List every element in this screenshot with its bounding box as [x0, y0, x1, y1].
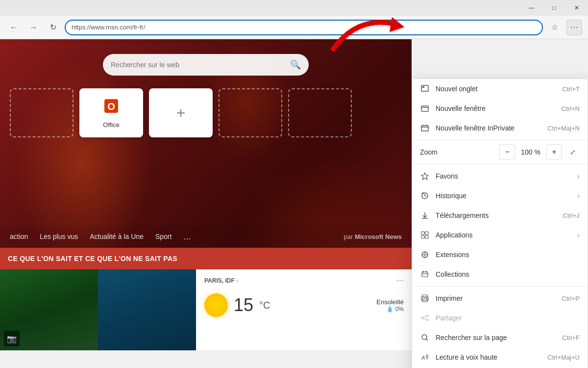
- new-window-icon: [420, 104, 430, 113]
- menu-label-collections: Collections: [436, 270, 580, 278]
- menu-item-imprimer[interactable]: Imprimer Ctrl+P: [412, 289, 588, 308]
- extensions-icon: [420, 250, 430, 260]
- svg-rect-3: [422, 86, 424, 88]
- shortcut-nouvelle-fenetre: Ctrl+N: [562, 105, 580, 112]
- svg-rect-25: [422, 272, 428, 277]
- news-strip[interactable]: CE QUE L'ON SAIT ET CE QUE L'ON NE SAIT …: [0, 248, 412, 269]
- shortcut-nouvel-onglet: Ctrl+T: [562, 85, 580, 93]
- menu-item-nouvel-onglet[interactable]: Nouvel onglet Ctrl+T: [412, 79, 588, 99]
- menu-label-favoris: Favoris: [436, 172, 569, 180]
- address-bar-row: ← → ↻ https://www.msn.com/fr-fr/ ☆ ⋯: [0, 16, 588, 39]
- tab-action[interactable]: action: [10, 233, 28, 240]
- zoom-fullscreen-icon[interactable]: ⤢: [566, 145, 580, 159]
- quick-link-empty-2: [219, 88, 282, 137]
- search-icon[interactable]: 🔍: [290, 59, 301, 70]
- camera-icon: 📷: [4, 331, 20, 346]
- menu-item-nouvelle-fenetre[interactable]: Nouvelle fenêtre Ctrl+N: [412, 99, 588, 118]
- menu-item-rechercher[interactable]: Rechercher sur la page Ctrl+F: [412, 328, 588, 347]
- forward-button[interactable]: →: [25, 20, 41, 35]
- refresh-button[interactable]: ↻: [45, 20, 61, 35]
- svg-point-33: [426, 315, 428, 317]
- svg-text:O: O: [107, 101, 115, 112]
- menu-item-applications[interactable]: Applications ›: [412, 225, 588, 245]
- shortcut-inprivate: Ctrl+Maj+N: [547, 125, 580, 132]
- svg-line-37: [423, 318, 426, 319]
- tabs-more-icon[interactable]: ...: [183, 232, 191, 242]
- weather-card: PARIS, IDF › ··· 15 °C Ensoleillé 💧 0%: [196, 269, 412, 350]
- menu-item-collections[interactable]: Collections: [412, 264, 588, 284]
- back-button[interactable]: ←: [6, 20, 22, 35]
- applications-arrow-icon: ›: [577, 231, 580, 239]
- weather-description: Ensoleillé 💧 0%: [376, 298, 404, 313]
- search-input[interactable]: [111, 61, 286, 69]
- tab-actualite[interactable]: Actualité à la Une: [90, 233, 144, 240]
- divider-2: [412, 164, 588, 164]
- menu-label-historique: Historique: [436, 192, 569, 200]
- svg-rect-4: [421, 106, 428, 111]
- menu-label-lecture: Lecture à voix haute: [436, 353, 541, 361]
- menu-item-historique[interactable]: Historique ›: [412, 186, 588, 206]
- title-bar: — □ ✕: [0, 0, 588, 16]
- tab-sport[interactable]: Sport: [155, 233, 172, 240]
- divider-3: [412, 286, 588, 287]
- divider-1: [412, 140, 588, 140]
- print-icon: [420, 293, 430, 303]
- quick-link-add[interactable]: +: [149, 88, 213, 137]
- settings-more-button[interactable]: ⋯: [566, 20, 582, 35]
- weather-location: PARIS, IDF: [204, 277, 235, 284]
- weather-temperature: 15: [234, 295, 253, 315]
- add-icon: +: [176, 104, 186, 122]
- menu-item-favoris[interactable]: Favoris ›: [412, 166, 588, 186]
- search-container: 🔍: [103, 54, 309, 76]
- inprivate-icon: [420, 123, 430, 133]
- shortcut-rechercher: Ctrl+F: [562, 334, 580, 342]
- svg-point-32: [426, 298, 427, 299]
- favorites-star-icon[interactable]: ☆: [547, 20, 563, 35]
- menu-label-telechargements: Téléchargements: [436, 211, 557, 219]
- close-button[interactable]: ✕: [565, 0, 588, 16]
- svg-point-20: [424, 254, 426, 256]
- minimize-button[interactable]: —: [520, 0, 543, 16]
- menu-item-inprivate[interactable]: Nouvelle fenêtre InPrivate Ctrl+Maj+N: [412, 118, 588, 138]
- applications-icon: [420, 230, 430, 240]
- svg-rect-6: [421, 126, 428, 131]
- svg-point-35: [426, 319, 428, 321]
- quick-links: O Office +: [10, 88, 352, 137]
- water-drop-icon: 💧: [386, 306, 393, 313]
- nav-tabs: action Les plus vus Actualité à la Une S…: [0, 226, 412, 247]
- favoris-arrow-icon: ›: [577, 172, 580, 180]
- office-icon: O: [102, 97, 120, 118]
- browser-content: 🔍 O Office +: [0, 39, 412, 350]
- dropdown-menu: Nouvel onglet Ctrl+T Nouvelle fenêtre Ct…: [412, 79, 588, 368]
- menu-item-lecture[interactable]: A Lecture à voix haute Ctrl+Maj+U: [412, 347, 588, 367]
- menu-item-telechargements[interactable]: Téléchargements Ctrl+J: [412, 206, 588, 225]
- svg-rect-17: [421, 236, 424, 238]
- svg-rect-2: [421, 85, 428, 91]
- read-aloud-icon: A: [420, 352, 430, 362]
- weather-more-icon[interactable]: ···: [396, 275, 404, 286]
- address-bar[interactable]: https://www.msn.com/fr-fr/: [65, 20, 543, 35]
- zoom-decrease-button[interactable]: −: [499, 144, 515, 160]
- svg-rect-15: [421, 232, 424, 235]
- menu-item-partager: Partager: [412, 308, 588, 328]
- weather-sun-icon: [204, 293, 228, 317]
- history-icon: [420, 191, 430, 201]
- collections-icon: [420, 269, 430, 279]
- url-display: https://www.msn.com/fr-fr/: [72, 24, 536, 31]
- svg-line-39: [426, 339, 428, 341]
- weather-unit: °C: [259, 300, 270, 311]
- office-label: Office: [103, 121, 120, 129]
- svg-rect-18: [425, 236, 428, 238]
- svg-text:A: A: [421, 355, 425, 361]
- zoom-label: Zoom: [420, 148, 499, 156]
- menu-label-inprivate: Nouvelle fenêtre InPrivate: [436, 124, 541, 132]
- quick-link-empty-3: [288, 88, 352, 137]
- tab-plusvus[interactable]: Les plus vus: [40, 233, 78, 240]
- new-tab-icon: [420, 84, 430, 94]
- weather-precip-value: 0%: [395, 306, 404, 313]
- zoom-increase-button[interactable]: +: [546, 144, 562, 160]
- quick-link-office[interactable]: O Office: [79, 88, 143, 137]
- menu-item-extensions[interactable]: Extensions: [412, 245, 588, 264]
- zoom-value: 100 %: [515, 148, 546, 156]
- maximize-button[interactable]: □: [543, 0, 565, 16]
